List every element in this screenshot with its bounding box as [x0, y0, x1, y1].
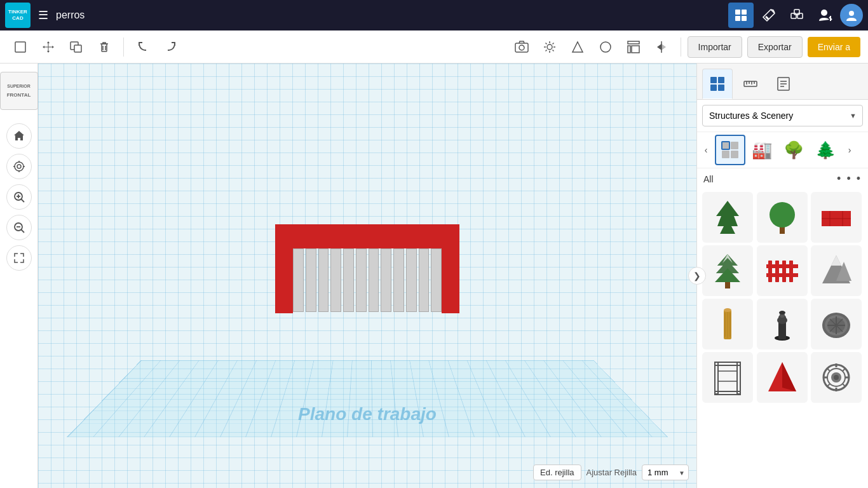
zoom-out-btn[interactable] [6, 215, 32, 240]
collapse-panel-btn[interactable]: ❯ [688, 267, 706, 285]
grid-view-btn[interactable] [728, 3, 754, 28]
svg-rect-83 [768, 261, 772, 282]
svg-rect-7 [794, 10, 799, 15]
3d-model[interactable] [266, 224, 469, 326]
sub-prev-btn[interactable]: ‹ [698, 142, 714, 158]
undo-btn[interactable] [130, 34, 156, 60]
svg-rect-85 [782, 261, 786, 282]
svg-rect-86 [789, 261, 793, 282]
svg-rect-6 [797, 13, 803, 18]
svg-rect-108 [715, 362, 718, 394]
view-cube[interactable]: SUPERIOR FRONTAL [0, 69, 41, 113]
buildings-subtab[interactable]: 🏭 [747, 135, 777, 165]
category-select-wrapper: Structures & Scenery Basic Shapes Text &… [702, 105, 863, 126]
import-btn[interactable]: Importar [688, 36, 742, 58]
view-top-label: SUPERIOR [7, 84, 31, 88]
circle-btn[interactable] [593, 34, 618, 60]
bollard-shape[interactable] [757, 299, 808, 349]
mountain-shape[interactable] [811, 245, 862, 296]
camera-btn[interactable] [509, 34, 534, 60]
nav-list-icon[interactable]: ☰ [36, 6, 51, 25]
category-select[interactable]: Structures & Scenery Basic Shapes Text &… [702, 105, 863, 126]
svg-marker-35 [661, 44, 666, 50]
home-btn[interactable] [6, 123, 32, 149]
ruler-panel-tab[interactable] [735, 69, 766, 99]
top-nav: TINKERCAD ☰ perros [0, 0, 868, 30]
delete-btn[interactable] [92, 34, 117, 60]
layout-btn[interactable] [621, 34, 646, 60]
zoom-in-btn[interactable] [6, 184, 32, 210]
filter-row: All • • • [697, 168, 868, 189]
manhole-shape[interactable] [811, 299, 862, 349]
svg-rect-3 [742, 16, 747, 21]
shape-btn[interactable] [565, 34, 590, 60]
svg-point-11 [849, 11, 854, 16]
red-pyramid-shape[interactable] [757, 352, 808, 403]
svg-rect-1 [742, 10, 747, 15]
svg-marker-28 [573, 42, 583, 52]
extra-subtab[interactable]: 🌲 [810, 135, 841, 165]
fit-btn[interactable] [6, 245, 32, 271]
svg-line-43 [21, 200, 24, 203]
svg-point-36 [15, 162, 24, 171]
notes-panel-tab[interactable] [768, 69, 799, 99]
svg-point-100 [779, 311, 785, 315]
svg-line-125 [843, 384, 845, 386]
svg-line-24 [545, 43, 546, 44]
svg-rect-0 [735, 10, 740, 15]
copy-btn[interactable] [64, 34, 89, 60]
svg-point-37 [17, 165, 21, 168]
sub-next-btn[interactable]: › [842, 142, 857, 158]
svg-line-126 [843, 369, 845, 371]
svg-point-119 [834, 375, 839, 380]
left-panel: SUPERIOR FRONTAL [0, 64, 38, 488]
blocks-btn[interactable] [784, 3, 810, 28]
grid-size-select[interactable]: 1 mm 2 mm 5 mm 10 mm [642, 464, 689, 480]
grid-select-wrapper: 1 mm 2 mm 5 mm 10 mm [642, 464, 689, 480]
canvas-bottom-controls: Ed. rejilla Ajustar Rejilla 1 mm 2 mm 5 … [533, 464, 689, 480]
tools-btn[interactable] [756, 3, 782, 28]
svg-marker-34 [657, 44, 661, 50]
wood-post-shape[interactable] [702, 299, 753, 349]
user-avatar[interactable] [840, 4, 863, 27]
svg-rect-5 [791, 13, 796, 18]
svg-rect-109 [737, 362, 740, 394]
nature-subtab[interactable]: 🌳 [778, 135, 809, 165]
pine-tree-shape[interactable] [702, 192, 753, 243]
light-btn[interactable] [537, 34, 562, 60]
target-btn[interactable] [6, 154, 32, 179]
red-wall-shape[interactable] [811, 192, 862, 243]
ajustar-label: Ajustar Rejilla [587, 468, 637, 477]
svg-rect-12 [15, 42, 25, 52]
shapes-grid [697, 189, 868, 405]
send-btn[interactable]: Enviar a [808, 37, 860, 57]
gear-shape[interactable] [811, 352, 862, 403]
right-panel: ❯ [696, 64, 868, 488]
move-btn[interactable] [36, 34, 61, 60]
svg-line-124 [827, 369, 830, 371]
view-front-label: FRONTAL [7, 92, 31, 98]
round-tree-shape[interactable] [757, 192, 808, 243]
new-btn[interactable] [8, 34, 33, 60]
svg-rect-65 [722, 151, 729, 158]
add-user-btn[interactable] [812, 3, 837, 28]
svg-rect-66 [731, 151, 738, 158]
snow-tree-shape[interactable] [702, 245, 753, 296]
nav-icons [728, 3, 863, 28]
redo-btn[interactable] [158, 34, 184, 60]
shapes-panel-tab[interactable] [702, 69, 733, 99]
scaffold-shape[interactable] [702, 352, 753, 403]
svg-rect-62 [722, 142, 729, 149]
svg-rect-52 [718, 85, 724, 91]
svg-rect-84 [775, 261, 779, 282]
export-btn[interactable]: Exportar [747, 36, 803, 58]
filter-more-btn[interactable]: • • • [837, 172, 862, 186]
svg-rect-32 [632, 46, 639, 53]
svg-rect-13 [74, 45, 81, 52]
red-fence-shape[interactable] [757, 245, 808, 296]
all-subtab[interactable] [715, 135, 745, 165]
mirror-btn[interactable] [649, 34, 674, 60]
subcategory-tabs: ‹ 🏭 🌳 🌲 › [697, 132, 868, 168]
canvas-area[interactable]: Plano de trabajo Ed. rejilla Ajustar Rej… [38, 64, 696, 488]
app-logo[interactable]: TINKERCAD [5, 3, 31, 28]
